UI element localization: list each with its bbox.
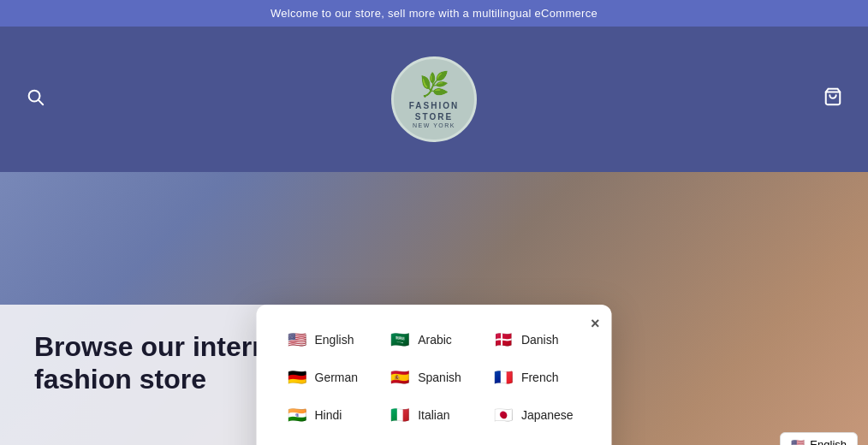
language-option-french[interactable]: 🇫🇷French	[487, 363, 588, 392]
logo-leaf-icon: 🌿	[419, 70, 449, 98]
language-option-hindi[interactable]: 🇮🇳Hindi	[281, 400, 378, 430]
flag-danish: 🇩🇰	[492, 329, 514, 351]
lang-label: Arabic	[418, 333, 452, 347]
lang-label: Hindi	[315, 408, 342, 422]
lang-label: French	[521, 371, 559, 384]
language-modal: × 🇺🇸English🇸🇦Arabic🇩🇰Danish🇩🇪German🇪🇸Spa…	[257, 305, 612, 445]
flag-polish: 🇵🇱	[389, 442, 411, 445]
flag-japanese: 🇯🇵	[492, 404, 514, 426]
hero-section: Browse our international fashion store 🇺…	[0, 172, 868, 445]
logo: 🌿 FASHION STORE NEW YORK	[391, 56, 477, 142]
language-option-danish[interactable]: 🇩🇰Danish	[487, 325, 588, 354]
lang-label: Italian	[418, 408, 449, 422]
flag-portuguese: 🇵🇹	[492, 442, 514, 445]
flag-dutch: 🇳🇱	[286, 442, 308, 445]
flag-german: 🇩🇪	[286, 366, 308, 389]
cart-icon	[823, 87, 842, 106]
language-option-spanish[interactable]: 🇪🇸Spanish	[383, 363, 480, 392]
lang-label: German	[315, 371, 359, 384]
flag-hindi: 🇮🇳	[286, 404, 308, 426]
language-option-arabic[interactable]: 🇸🇦Arabic	[383, 325, 480, 354]
language-option-japanese[interactable]: 🇯🇵Japanese	[487, 400, 588, 430]
header: 🌿 FASHION STORE NEW YORK	[0, 27, 868, 172]
svg-line-1	[39, 100, 43, 104]
lang-label: English	[315, 333, 354, 347]
search-icon	[26, 87, 45, 106]
flag-arabic: 🇸🇦	[389, 329, 411, 351]
lang-label: Danish	[521, 333, 559, 347]
logo-circle: 🌿 FASHION STORE NEW YORK	[391, 56, 477, 142]
cart-button[interactable]	[823, 87, 842, 111]
flag-french: 🇫🇷	[492, 366, 514, 389]
modal-close-button[interactable]: ×	[591, 315, 600, 333]
store-location: NEW YORK	[413, 122, 455, 128]
language-option-english[interactable]: 🇺🇸English	[281, 325, 378, 354]
modal-overlay: × 🇺🇸English🇸🇦Arabic🇩🇰Danish🇩🇪German🇪🇸Spa…	[0, 172, 868, 445]
lang-label: Japanese	[521, 408, 574, 422]
language-option-polish[interactable]: 🇵🇱Polish	[383, 438, 480, 445]
language-option-dutch[interactable]: 🇳🇱Dutch	[281, 438, 378, 445]
top-banner: Welcome to our store, sell more with a m…	[0, 0, 868, 27]
flag-english: 🇺🇸	[286, 329, 308, 351]
flag-italian: 🇮🇹	[389, 404, 411, 426]
language-grid: 🇺🇸English🇸🇦Arabic🇩🇰Danish🇩🇪German🇪🇸Spani…	[281, 325, 588, 445]
flag-spanish: 🇪🇸	[389, 366, 411, 389]
search-button[interactable]	[26, 87, 45, 111]
language-option-portuguese[interactable]: 🇵🇹Portuguese	[487, 438, 588, 445]
language-option-italian[interactable]: 🇮🇹Italian	[383, 400, 480, 430]
language-option-german[interactable]: 🇩🇪German	[281, 363, 378, 392]
banner-text: Welcome to our store, sell more with a m…	[271, 7, 597, 20]
lang-label: Spanish	[418, 371, 461, 384]
store-name: FASHION STORE	[394, 100, 474, 122]
